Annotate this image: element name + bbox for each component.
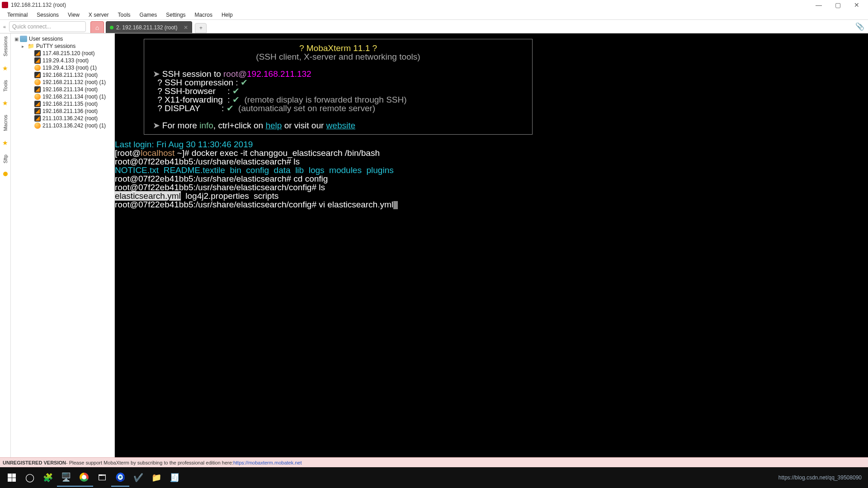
new-tab-button[interactable]: + (195, 23, 207, 33)
quick-connect-input[interactable]: Quick connect... (9, 21, 86, 32)
paperclip-icon[interactable]: 📎 (855, 22, 864, 31)
session-item[interactable]: 192.168.211.134 (root) (1) (12, 93, 113, 100)
ssh-session-label: SSH session to (162, 69, 223, 79)
cursor-block (393, 201, 398, 209)
display-note: (automatically set on remote server) (234, 103, 376, 113)
taskbar-chrome[interactable] (75, 469, 93, 487)
prompt: root@07f22eb41bb5:/usr/share/elasticsear… (115, 174, 293, 183)
more-text3: or visit our (282, 121, 326, 130)
connected-icon (110, 26, 113, 29)
menu-sessions[interactable]: Sessions (32, 12, 63, 18)
sidebar-star-icon[interactable]: ★ (2, 99, 8, 107)
tab-close-button[interactable]: ✕ (184, 24, 188, 31)
home-icon: ⌂ (95, 24, 99, 31)
help-link[interactable]: help (265, 121, 282, 130)
menu-settings[interactable]: Settings (161, 12, 190, 18)
taskbar-app[interactable]: 🧿 (111, 469, 129, 487)
session-item[interactable]: 192.168.211.136 (root) (12, 108, 113, 115)
session-ssh-icon (34, 50, 41, 56)
left-tab-sessions[interactable]: Sessions (3, 36, 8, 56)
menu-help[interactable]: Help (217, 12, 237, 18)
sidebar-dot-icon (3, 172, 8, 176)
folder-icon (27, 43, 34, 49)
session-item[interactable]: 211.103.136.242 (root) (1) (12, 122, 113, 129)
prompt: root@07f22eb41bb5:/usr/share/elasticsear… (115, 157, 293, 166)
minimize-button[interactable]: — (809, 1, 828, 9)
taskbar-app[interactable]: 🧾 (165, 469, 184, 487)
menu-terminal[interactable]: Terminal (3, 12, 32, 18)
close-button[interactable]: ✕ (847, 1, 866, 9)
session-item-label: 192.168.211.136 (root) (42, 108, 98, 114)
session-item[interactable]: 119.29.4.133 (root) (12, 57, 113, 64)
tree-putty[interactable]: ▸ PuTTY sessions (12, 42, 113, 50)
session-item[interactable]: 117.48.215.120 (root) (12, 50, 113, 57)
menu-tools[interactable]: Tools (113, 12, 135, 18)
windows-taskbar: ◯ 🧩 🖥️ 🗔 🧿 ✔️ 📁 🧾 https://blog.csdn.net/… (0, 467, 868, 488)
left-tab-tools[interactable]: Tools (3, 80, 8, 92)
tree-root[interactable]: ▣ User sessions (12, 35, 113, 42)
session-item-label: 192.168.211.134 (root) (1) (42, 94, 106, 100)
taskbar-file-explorer[interactable]: 📁 (147, 469, 165, 487)
maximize-button[interactable]: ▢ (828, 1, 847, 9)
session-ssh-icon (34, 86, 41, 93)
ssh-browser-row: ? SSH-browser : (157, 86, 232, 96)
cortana-button[interactable]: ◯ (21, 469, 39, 487)
sidebar-collapse-button[interactable]: « (0, 24, 9, 29)
session-item[interactable]: 119.29.4.133 (root) (1) (12, 64, 113, 71)
taskbar-app[interactable]: 🧩 (39, 469, 57, 487)
upgrade-link[interactable]: https://mobaxterm.mobatek.net (233, 460, 302, 465)
start-button[interactable] (3, 469, 21, 487)
session-item-label: 192.168.211.135 (root) (42, 101, 98, 107)
session-tab-label: 2. 192.168.211.132 (root) (116, 24, 177, 31)
display-row: ? DISPLAY : (157, 103, 226, 113)
session-alt-icon (34, 65, 41, 71)
session-item[interactable]: 192.168.211.135 (root) (12, 100, 113, 108)
home-tab[interactable]: ⌂ (90, 21, 104, 33)
session-item-label: 211.103.136.242 (root) (1) (42, 122, 106, 129)
sessions-sidebar[interactable]: ▣ User sessions ▸ PuTTY sessions 117.48.… (11, 33, 115, 457)
ls-output: NOTICE.txt README.textile bin config dat… (115, 165, 394, 175)
session-item[interactable]: 192.168.211.134 (root) (12, 86, 113, 93)
session-alt-icon (34, 94, 41, 100)
prompt: root@07f22eb41bb5:/usr/share/elasticsear… (115, 200, 319, 209)
session-item[interactable]: 211.103.136.242 (root) (12, 115, 113, 122)
chrome-icon (80, 473, 89, 482)
session-item[interactable]: 192.168.211.132 (root) (1) (12, 79, 113, 86)
tree-root-label: User sessions (29, 36, 63, 42)
session-item-label: 117.48.215.120 (root) (42, 50, 94, 56)
sidebar-star-icon[interactable]: ★ (2, 139, 8, 146)
taskbar-app[interactable]: ✔️ (129, 469, 147, 487)
session-ssh-icon (34, 101, 41, 107)
prompt: root@07f22eb41bb5:/usr/share/elasticsear… (115, 183, 319, 192)
motd-title: ? MobaXterm 11.1 ? (148, 44, 528, 52)
menu-x-server[interactable]: X server (84, 12, 113, 18)
toolbar-row: « Quick connect... ⌂ 2. 192.168.211.132 … (0, 20, 868, 33)
x11-row: ? X11-forwarding : (157, 95, 232, 104)
menu-games[interactable]: Games (135, 12, 162, 18)
prompt-tail: ~]# (175, 148, 192, 158)
menu-macros[interactable]: Macros (190, 12, 217, 18)
motd-subtitle: (SSH client, X-server and networking too… (148, 52, 528, 61)
session-item[interactable]: 192.168.211.132 (root) (12, 71, 113, 79)
terminal-pane[interactable]: ? MobaXterm 11.1 ?(SSH client, X-server … (115, 33, 868, 457)
taskbar-app[interactable]: 🗔 (93, 469, 111, 487)
motd-box: ? MobaXterm 11.1 ?(SSH client, X-server … (144, 39, 533, 135)
more-text: For more (162, 121, 199, 130)
session-item-label: 119.29.4.133 (root) (1) (42, 65, 97, 71)
ssh-compression-row: ? SSH compression : (157, 78, 241, 87)
left-tab-sftp[interactable]: Sftp (3, 155, 8, 164)
session-item-label: 192.168.211.132 (root) (42, 72, 98, 78)
prompt: [root@ (115, 148, 141, 158)
taskbar-app[interactable]: 🖥️ (57, 469, 75, 487)
window-title: 192.168.211.132 (root) (11, 2, 66, 8)
sidebar-star-icon[interactable]: ★ (2, 65, 8, 72)
menu-view[interactable]: View (63, 12, 84, 18)
session-tab[interactable]: 2. 192.168.211.132 (root) ✕ (106, 21, 192, 33)
status-text: - Please support MobaXterm by subscribin… (66, 460, 233, 465)
session-item-label: 211.103.136.242 (root) (42, 115, 98, 122)
info-word: info (199, 121, 213, 130)
left-tab-macros[interactable]: Macros (3, 115, 8, 131)
website-link[interactable]: website (326, 121, 355, 130)
more-text2: , ctrl+click on (213, 121, 266, 130)
tree-putty-label: PuTTY sessions (36, 43, 75, 49)
